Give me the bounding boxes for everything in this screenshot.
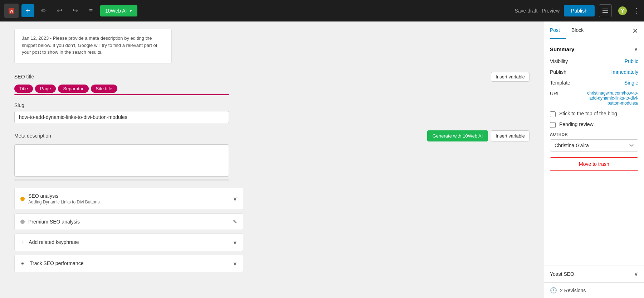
- track-seo-collapsible: ⊞ Track SEO performance ∨: [14, 255, 243, 272]
- yoast-seo-chevron-icon: ∨: [634, 270, 638, 277]
- seo-title-label: SEO title: [14, 74, 34, 80]
- seo-analysis-chevron-icon: ∨: [233, 195, 237, 202]
- visibility-key: Visibility: [550, 58, 568, 64]
- seo-analysis-dot-icon: [20, 197, 25, 201]
- seo-title-underline: [14, 94, 229, 95]
- edit-pencil-button[interactable]: ✏: [37, 4, 50, 17]
- yoast-seo-title: Yoast SEO: [550, 271, 574, 277]
- redo-button[interactable]: ↪: [69, 4, 82, 17]
- svg-text:Y: Y: [621, 8, 624, 14]
- meta-desc-buttons: Generate with 10Web AI Insert variable: [427, 130, 530, 141]
- undo-button[interactable]: ↩: [53, 4, 66, 17]
- seo-analysis-subtitle: Adding Dynamic Links to Divi Buttons: [28, 200, 99, 205]
- sidebar: Post Block ✕ Summary ∧ Visibility Public…: [544, 21, 644, 298]
- track-seo-header[interactable]: ⊞ Track SEO performance ∨: [15, 255, 243, 272]
- summary-chevron-icon[interactable]: ∧: [634, 46, 638, 53]
- premium-seo-left: Premium SEO analysis: [20, 219, 80, 225]
- yoast-button[interactable]: Y: [616, 4, 629, 17]
- save-draft-button[interactable]: Save draft: [514, 8, 537, 14]
- wp-logo-button[interactable]: W: [4, 4, 19, 18]
- track-seo-chart-icon: ⊞: [20, 260, 25, 266]
- main-layout: Jan 12, 2023 - Please provide a meta des…: [0, 21, 644, 298]
- visibility-row: Visibility Public: [550, 58, 638, 64]
- move-to-trash-button[interactable]: Move to trash: [550, 157, 638, 171]
- add-keyphrase-title: Add related keyphrase: [29, 239, 79, 245]
- publish-key: Publish: [550, 69, 566, 75]
- meta-desc-underline: [14, 179, 229, 181]
- template-row: Template Single: [550, 80, 638, 86]
- meta-desc-label: Meta description: [14, 133, 51, 139]
- preview-button[interactable]: Preview: [542, 8, 560, 14]
- url-row: URL christinagwira.com/how-to-add-dynami…: [550, 91, 638, 106]
- toolbar-left: W + ✏ ↩ ↪ ≡ 10Web AI ▼: [4, 4, 512, 18]
- seo-analysis-title: SEO analysis: [28, 193, 99, 199]
- seo-title-header: SEO title Insert variable: [14, 72, 530, 82]
- meta-desc-textarea[interactable]: [14, 144, 229, 177]
- post-tab[interactable]: Post: [550, 22, 566, 39]
- publish-row: Publish Immediately: [550, 69, 638, 75]
- stick-top-row: Stick to the top of the blog: [550, 111, 638, 117]
- yoast-seo-header[interactable]: Yoast SEO ∨: [544, 265, 644, 282]
- premium-seo-header[interactable]: Premium SEO analysis ✎: [15, 214, 243, 230]
- author-select[interactable]: Christina Gwira: [550, 139, 638, 152]
- slug-input[interactable]: [14, 111, 229, 123]
- add-keyphrase-chevron-icon: ∨: [233, 239, 237, 246]
- seo-analysis-title-wrap: SEO analysis Adding Dynamic Links to Div…: [28, 193, 99, 205]
- sidebar-header: Post Block ✕: [544, 21, 644, 40]
- premium-seo-collapsible: Premium SEO analysis ✎: [14, 213, 243, 230]
- tenwebai-button[interactable]: 10Web AI ▼: [100, 5, 137, 16]
- add-keyphrase-plus-icon: +: [20, 239, 24, 245]
- premium-seo-right: ✎: [233, 219, 237, 225]
- seo-tags-row: Title Page Separator Site title: [14, 85, 530, 93]
- seo-analysis-left: SEO analysis Adding Dynamic Links to Div…: [20, 193, 99, 205]
- publish-button[interactable]: Publish: [564, 5, 595, 16]
- more-options-button[interactable]: ⋮: [633, 7, 640, 15]
- author-label: AUTHOR: [550, 132, 638, 136]
- pending-review-checkbox[interactable]: [550, 122, 556, 128]
- snippet-date: Jan 12, 2023 - Please provide a meta des…: [22, 35, 164, 56]
- seo-title-section: SEO title Insert variable Title Page Sep…: [14, 72, 530, 95]
- premium-seo-dot-icon: [20, 220, 25, 224]
- revisions-label[interactable]: 2 Revisions: [560, 288, 586, 293]
- url-key: URL: [550, 91, 560, 96]
- title-tag[interactable]: Title: [14, 85, 33, 93]
- stick-top-label: Stick to the top of the blog: [559, 111, 617, 116]
- url-value[interactable]: christinagwira.com/how-to-add-dynamic-li…: [581, 91, 638, 106]
- add-keyphrase-left: + Add related keyphrase: [20, 239, 79, 245]
- toolbar-right: Save draft Preview Publish Y ⋮: [514, 4, 640, 17]
- separator-tag[interactable]: Separator: [58, 85, 88, 93]
- premium-seo-edit-icon[interactable]: ✎: [233, 219, 237, 225]
- add-keyphrase-header[interactable]: + Add related keyphrase ∨: [15, 234, 243, 251]
- page-tag[interactable]: Page: [35, 85, 56, 93]
- pending-review-row: Pending review: [550, 121, 638, 128]
- premium-seo-title: Premium SEO analysis: [28, 219, 80, 225]
- track-seo-chevron-icon: ∨: [233, 260, 237, 267]
- summary-header: Summary ∧: [550, 46, 638, 53]
- track-seo-left: ⊞ Track SEO performance: [20, 260, 83, 266]
- visibility-value[interactable]: Public: [625, 58, 638, 64]
- svg-rect-2: [602, 9, 608, 9]
- slug-section: Slug: [14, 102, 530, 123]
- svg-rect-4: [602, 12, 608, 13]
- block-tab[interactable]: Block: [571, 22, 589, 39]
- add-block-button[interactable]: +: [21, 4, 34, 17]
- template-value[interactable]: Single: [624, 80, 638, 86]
- document-overview-button[interactable]: ≡: [84, 4, 97, 17]
- pending-review-label: Pending review: [559, 121, 594, 127]
- generate-button[interactable]: Generate with 10Web AI: [427, 130, 488, 141]
- slug-label: Slug: [14, 102, 530, 108]
- insert-variable2-button[interactable]: Insert variable: [491, 130, 530, 141]
- toolbar: W + ✏ ↩ ↪ ≡ 10Web AI ▼ Save draft Previe…: [0, 0, 644, 21]
- tenwebai-arrow-icon: ▼: [129, 9, 132, 13]
- publish-value[interactable]: Immediately: [611, 69, 638, 75]
- svg-rect-3: [602, 10, 608, 11]
- settings-button[interactable]: [599, 4, 612, 17]
- sidebar-close-button[interactable]: ✕: [632, 27, 638, 35]
- seo-analysis-header[interactable]: SEO analysis Adding Dynamic Links to Div…: [15, 188, 243, 210]
- stick-top-checkbox[interactable]: [550, 111, 556, 117]
- site-title-tag[interactable]: Site title: [91, 85, 117, 93]
- revisions-row: 🕐 2 Revisions: [544, 282, 644, 298]
- insert-variable-button[interactable]: Insert variable: [491, 72, 530, 82]
- meta-desc-header: Meta description Generate with 10Web AI …: [14, 130, 530, 141]
- template-key: Template: [550, 80, 570, 86]
